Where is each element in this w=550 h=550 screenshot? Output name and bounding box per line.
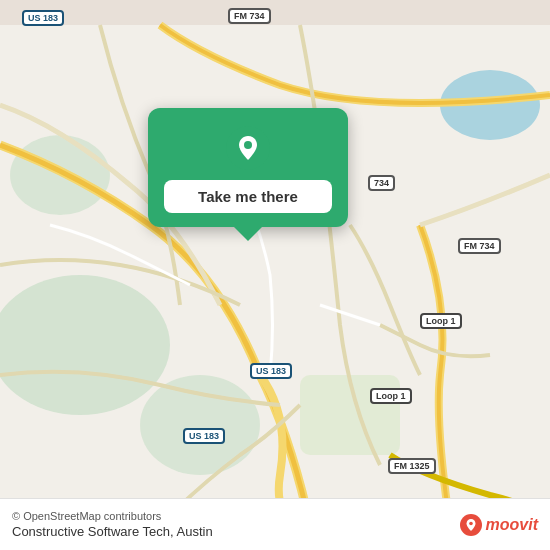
badge-fm734-top: FM 734 <box>228 8 271 24</box>
svg-point-7 <box>244 141 252 149</box>
moovit-icon <box>460 514 482 536</box>
bottom-bar: © OpenStreetMap contributors Constructiv… <box>0 498 550 550</box>
business-name: Constructive Software Tech, Austin <box>12 524 213 539</box>
badge-us183-bottom: US 183 <box>183 428 225 444</box>
moovit-text: moovit <box>486 516 538 534</box>
moovit-logo: moovit <box>460 514 538 536</box>
badge-us183-lower: US 183 <box>250 363 292 379</box>
take-me-there-button[interactable]: Take me there <box>164 180 332 213</box>
badge-us183-top: US 183 <box>22 10 64 26</box>
badge-fm734-right: FM 734 <box>458 238 501 254</box>
svg-point-2 <box>140 375 260 475</box>
map-container: US 183 FM 734 US 734 FM 734 Loop 1 US 18… <box>0 0 550 550</box>
badge-loop1-right: Loop 1 <box>420 313 462 329</box>
map-roads <box>0 0 550 550</box>
badge-fm1325: FM 1325 <box>388 458 436 474</box>
badge-734-mid: 734 <box>368 175 395 191</box>
badge-loop1-lower: Loop 1 <box>370 388 412 404</box>
copyright-text: © OpenStreetMap contributors <box>12 510 213 522</box>
location-pin-icon <box>226 126 270 170</box>
popup-card: Take me there <box>148 108 348 227</box>
svg-point-8 <box>469 521 473 525</box>
